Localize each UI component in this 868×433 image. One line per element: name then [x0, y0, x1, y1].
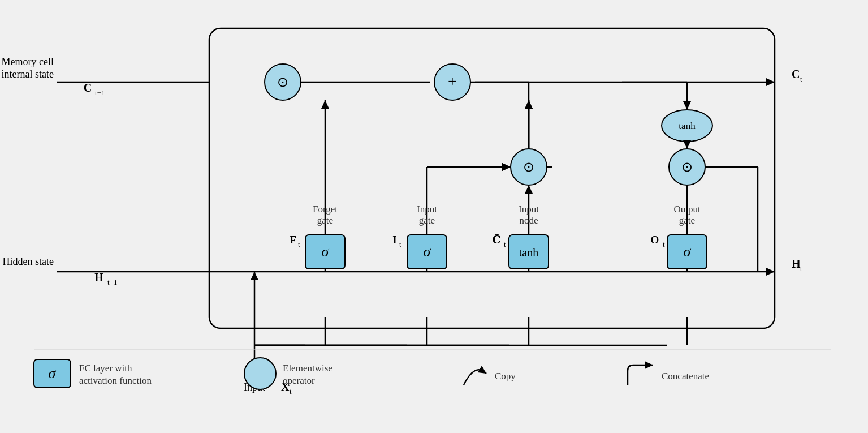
inputnode-odot-symbol: ⊙	[523, 160, 534, 174]
legend-sigma-symbol: σ	[49, 365, 57, 381]
ft-sub: t	[298, 240, 300, 248]
ot-sub: t	[663, 240, 665, 248]
ft-label: F	[290, 234, 296, 246]
ct-tanh-arrow	[683, 101, 691, 110]
ct-label: C	[792, 68, 800, 80]
ht-minus-1-label: H	[94, 271, 103, 284]
input-sigma-text: σ	[424, 243, 431, 260]
forget-odot-arrow	[321, 100, 329, 109]
memory-cell-label2: internal state	[2, 68, 54, 80]
forget-gate-label1: Forget	[313, 204, 338, 215]
ct-sub: t	[800, 75, 802, 83]
ht-label: H	[792, 258, 801, 270]
ct-arrow	[766, 78, 775, 86]
ht-sub: t	[800, 264, 802, 273]
inputgate-to-odot-a	[502, 163, 511, 171]
plus-circle-symbol: +	[448, 72, 457, 90]
inputnode-label2: node	[519, 215, 538, 226]
legend-elementwise-text1: Elementwise	[283, 363, 332, 374]
output-odot-symbol: ⊙	[681, 160, 693, 174]
legend-copy-text: Copy	[495, 371, 516, 381]
ot-label: O	[651, 234, 659, 246]
xt-arrow-up	[251, 272, 258, 280]
tanh-oval-text: tanh	[679, 121, 696, 131]
legend-concat-arrow	[628, 365, 653, 385]
memory-cell-label1: Memory cell	[2, 56, 54, 67]
input-gate-label1: Input	[417, 204, 437, 215]
hidden-state-label1: Hidden state	[3, 256, 54, 267]
inputnode-tanh-text: tanh	[519, 246, 538, 259]
forget-sigma-text: σ	[322, 243, 330, 260]
legend-elementwise-text2: operator	[283, 375, 315, 386]
inputnode-to-odot-arrow	[525, 185, 533, 194]
forget-circle-symbol: ⊙	[277, 75, 288, 89]
ctilde-sub: t	[504, 240, 506, 248]
forget-gate-label2: gate	[317, 215, 333, 226]
ct-minus-1-label: C	[84, 82, 92, 94]
diagram-container: ⊙ + ⊙ ⊙ tanh	[0, 0, 868, 433]
legend-concat-text: Concatenate	[662, 371, 709, 381]
legend-concat-arrowhead	[645, 361, 653, 369]
ctilde-label: C̃	[492, 234, 500, 246]
ct-minus-1-sub: t−1	[95, 88, 105, 97]
it-label: I	[392, 234, 396, 246]
legend-fc-text2: activation function	[79, 375, 152, 386]
ht-minus-1-sub: t−1	[107, 278, 117, 286]
legend-circle	[244, 358, 276, 389]
xt-sub: t	[290, 387, 292, 396]
output-sigma-text: σ	[684, 243, 692, 260]
it-sub: t	[399, 240, 401, 248]
ht-arrow	[766, 268, 775, 276]
legend-fc-text1: FC layer with	[79, 363, 132, 374]
tanh-odot-arrow	[683, 140, 691, 149]
lstm-diagram-svg: ⊙ + ⊙ ⊙ tanh	[0, 0, 868, 433]
input-gate-label2: gate	[419, 215, 435, 226]
inputnode-label1: Input	[519, 204, 539, 215]
